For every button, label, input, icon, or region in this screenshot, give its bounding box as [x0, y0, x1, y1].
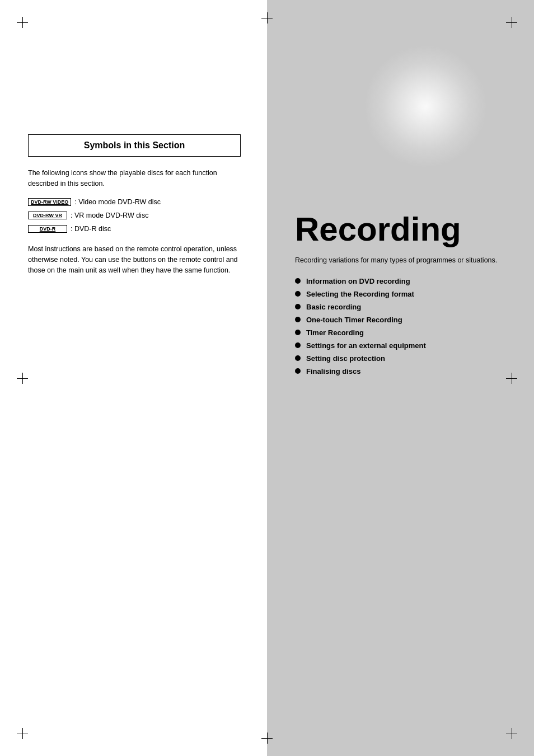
bullet-label-1: Selecting the Recording format [306, 290, 414, 298]
bullet-dot-6 [295, 355, 301, 361]
bullet-item-6: Setting disc protection [295, 354, 512, 363]
bullet-label-5: Settings for an external equipment [306, 341, 426, 350]
section-desc: The following icons show the playable di… [28, 168, 245, 189]
reg-mark-middle-left [17, 373, 28, 384]
disc-desc-r: : DVD-R disc [71, 225, 111, 233]
bullet-label-2: Basic recording [306, 303, 361, 311]
left-panel: Symbols in this Section The following ic… [0, 0, 267, 756]
bullet-dot-0 [295, 278, 301, 284]
bullet-item-4: Timer Recording [295, 328, 512, 337]
reg-mark-bottom-left [17, 728, 28, 739]
disc-desc-video: : Video mode DVD-RW disc [74, 198, 161, 206]
reg-mark-bottom-right [506, 728, 517, 739]
bullet-item-3: One-touch Timer Recording [295, 316, 512, 324]
right-content: Recording Recording variations for many … [295, 213, 512, 375]
bullet-item-0: Information on DVD recording [295, 277, 512, 285]
disc-desc-vr: : VR mode DVD-RW disc [71, 212, 148, 219]
bullet-item-2: Basic recording [295, 303, 512, 311]
bullet-label-6: Setting disc protection [306, 354, 385, 363]
disc-entry-video: DVD-RW VIDEO : Video mode DVD-RW disc [28, 198, 245, 206]
reg-mark-top-center [261, 12, 273, 24]
bullet-item-7: Finalising discs [295, 367, 512, 375]
disc-entry-vr: DVD-RW VR : VR mode DVD-RW disc [28, 212, 245, 219]
bullet-dot-7 [295, 368, 301, 374]
disc-badge-video: DVD-RW VIDEO [28, 198, 71, 206]
reg-mark-top-right [506, 17, 517, 28]
reg-mark-bottom-center [261, 732, 273, 744]
bullet-list: Information on DVD recording Selecting t… [295, 277, 512, 375]
bullet-dot-3 [295, 317, 301, 322]
bullet-dot-2 [295, 304, 301, 309]
note-text: Most instructions are based on the remot… [28, 244, 245, 276]
glow-circle [364, 45, 487, 168]
disc-entry-r: DVD-R : DVD-R disc [28, 225, 245, 233]
reg-mark-top-left [17, 17, 28, 28]
bullet-label-3: One-touch Timer Recording [306, 316, 402, 324]
right-panel: Recording Recording variations for many … [267, 0, 534, 756]
bullet-label-0: Information on DVD recording [306, 277, 410, 285]
bullet-dot-5 [295, 342, 301, 348]
bullet-dot-1 [295, 291, 301, 297]
disc-badge-r: DVD-R [28, 225, 67, 233]
page-container: Symbols in this Section The following ic… [0, 0, 534, 756]
recording-subtitle: Recording variations for many types of p… [295, 255, 512, 266]
bullet-item-5: Settings for an external equipment [295, 341, 512, 350]
bullet-dot-4 [295, 330, 301, 335]
recording-title: Recording [295, 213, 512, 246]
bullet-label-4: Timer Recording [306, 328, 364, 337]
disc-badge-vr: DVD-RW VR [28, 212, 67, 219]
bullet-item-1: Selecting the Recording format [295, 290, 512, 298]
symbols-box: Symbols in this Section [28, 134, 241, 157]
symbols-title: Symbols in this Section [40, 140, 229, 151]
bullet-label-7: Finalising discs [306, 367, 361, 375]
